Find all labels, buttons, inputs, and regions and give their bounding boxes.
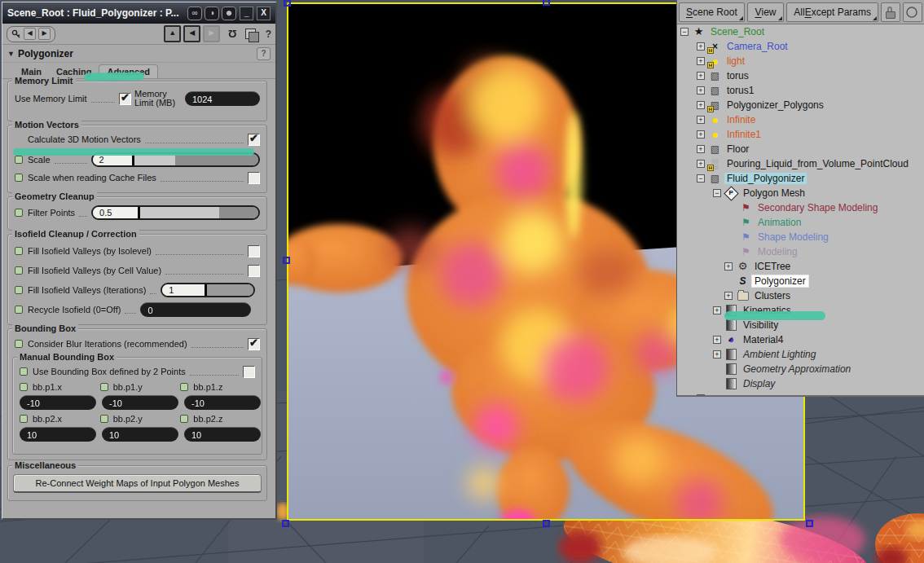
tree-row[interactable]: ▧ Fluid_Polygonizer xyxy=(677,171,924,186)
minimize-button[interactable]: _ xyxy=(240,7,253,20)
expand-box[interactable] xyxy=(697,57,705,65)
bb-p2y-input[interactable]: 10 xyxy=(102,427,178,442)
animation-divot[interactable] xyxy=(20,383,28,391)
animation-divot[interactable] xyxy=(100,383,108,391)
tree-row[interactable]: ⚑ Animation xyxy=(677,215,924,230)
use-memory-limit-checkbox[interactable] xyxy=(119,93,131,105)
animation-divot[interactable] xyxy=(15,174,23,182)
tree-label[interactable]: Secondary Shape Modeling xyxy=(755,202,880,213)
expand-box[interactable] xyxy=(697,72,705,80)
animation-divot[interactable] xyxy=(15,209,23,217)
section-help-button[interactable]: ? xyxy=(257,47,271,60)
tree-label[interactable]: Scene_Root xyxy=(708,26,767,37)
region-handle-top-left[interactable] xyxy=(284,0,291,7)
filter-menu-button[interactable]: All Except Params xyxy=(786,2,878,22)
tree-label[interactable]: Polygon Mesh xyxy=(741,187,807,199)
magnet-icon[interactable]: Ω xyxy=(228,28,236,40)
tree-label[interactable]: Shape Modeling xyxy=(755,231,831,243)
bb-p1y-input[interactable]: -10 xyxy=(102,395,178,410)
tree-row[interactable]: ● Material4 xyxy=(677,332,924,347)
animation-divot[interactable] xyxy=(180,383,188,391)
tree-row[interactable]: ▧ Floor xyxy=(677,142,924,156)
region-handle-bottom-left[interactable] xyxy=(282,520,289,527)
animation-divot[interactable] xyxy=(100,415,108,423)
use-bbox-2points-checkbox[interactable] xyxy=(243,366,255,378)
bb-p2x-input[interactable]: 10 xyxy=(20,427,96,442)
tree-row[interactable]: ×H Camera_Root xyxy=(677,39,924,54)
animation-divot[interactable] xyxy=(15,340,23,348)
tree-label[interactable]: Visibility xyxy=(741,319,781,331)
expand-box[interactable] xyxy=(697,145,705,153)
scope-menu-button[interactable]: Scene Root xyxy=(679,2,745,22)
tree-label[interactable]: Clusters xyxy=(752,290,793,301)
tree-row[interactable]: ▧ torus1 xyxy=(677,83,924,98)
recycle-isofield-input[interactable]: 0 xyxy=(140,302,251,317)
expand-box[interactable] xyxy=(713,336,721,344)
tree-label[interactable]: light xyxy=(724,55,747,67)
slider-track[interactable] xyxy=(175,154,258,165)
tree-label[interactable]: ICETree xyxy=(752,261,793,272)
tree-label[interactable]: Modeling xyxy=(755,246,800,257)
panel-title-bar[interactable]: Scene_Root : Fluid_Polygonizer : P... ∞ … xyxy=(2,2,275,24)
shader-swirl-icon[interactable]: ◑ xyxy=(205,7,219,20)
tree-row[interactable]: Clusters xyxy=(677,288,924,303)
animation-divot[interactable] xyxy=(20,415,28,423)
animation-divot[interactable] xyxy=(180,415,188,423)
tree-label[interactable]: Geometry Approximation xyxy=(741,363,853,375)
tree-label[interactable]: torus1 xyxy=(724,85,756,96)
tree-row[interactable]: ⚑ Shape Modeling xyxy=(677,230,924,244)
animation-divot[interactable] xyxy=(15,286,23,294)
expand-box[interactable] xyxy=(697,116,705,124)
memory-limit-input[interactable]: 1024 xyxy=(185,91,260,106)
tree-row[interactable]: ▒H Pouring_Liquid_from_Volume_PointCloud xyxy=(677,156,924,171)
tree-label-selected[interactable]: Fluid_Polygonizer xyxy=(724,173,807,184)
bb-p1z-input[interactable]: -10 xyxy=(184,395,261,410)
tree-row[interactable]: ▧ torus xyxy=(677,68,924,83)
tree-label[interactable]: Infinite1 xyxy=(724,129,763,140)
collapse-box[interactable] xyxy=(713,189,721,197)
expand-box[interactable] xyxy=(713,306,721,314)
tree-label[interactable]: Ambient Lighting xyxy=(741,349,818,360)
tree-row[interactable]: ● Infinite1 xyxy=(677,127,924,142)
toolbar-help-icon[interactable]: ? xyxy=(266,29,271,40)
filter-points-value[interactable]: 0.5 xyxy=(93,207,138,218)
scale-when-reading-checkbox[interactable] xyxy=(248,172,260,184)
region-handle-mid-left[interactable] xyxy=(283,257,290,264)
animation-divot[interactable] xyxy=(15,247,23,255)
animation-divot[interactable] xyxy=(15,306,23,314)
region-handle-bottom-mid[interactable] xyxy=(543,520,550,527)
animation-divot[interactable] xyxy=(15,266,23,275)
bb-p1x-input[interactable]: -10 xyxy=(20,395,96,410)
tree-row[interactable]: Ambient Lighting xyxy=(677,347,924,362)
tree-label[interactable]: Camera_Root xyxy=(724,41,790,52)
slider-track[interactable] xyxy=(207,284,253,296)
fill-isolevel-checkbox[interactable] xyxy=(248,245,260,257)
tree-row[interactable]: ● Infinite xyxy=(677,112,924,127)
tree-row[interactable]: ⚑ Secondary Shape Modeling xyxy=(677,200,924,215)
calc-motion-vectors-checkbox[interactable] xyxy=(248,134,260,146)
history-forward-icon[interactable]: ▶ xyxy=(203,25,220,42)
lock-button[interactable] xyxy=(881,2,900,22)
expand-box[interactable] xyxy=(724,292,733,300)
collapse-arrow-icon[interactable]: ▼ xyxy=(7,50,15,58)
tree-label[interactable]: Display xyxy=(741,378,777,389)
expand-box[interactable] xyxy=(697,86,705,95)
tree-row[interactable]: P Polygon Mesh xyxy=(677,186,924,200)
tree-label[interactable]: Floor xyxy=(724,143,751,155)
user-icon[interactable]: ☻ xyxy=(222,7,236,20)
region-handle-bottom-right[interactable] xyxy=(806,520,813,527)
tree-label[interactable]: Pouring_Liquid_from_Volume_PointCloud xyxy=(724,158,911,169)
tree-row[interactable]: ⚙ ICETree xyxy=(677,259,924,274)
scale-value[interactable]: 2 xyxy=(93,154,132,165)
partial-button[interactable] xyxy=(903,2,922,22)
expand-box[interactable] xyxy=(713,350,721,358)
tree-row[interactable]: Display xyxy=(677,376,924,391)
animation-divot[interactable] xyxy=(15,156,23,164)
reconnect-weight-maps-button[interactable]: Re-Connect Weight Maps of Input Polygon … xyxy=(13,474,262,493)
collapse-box[interactable] xyxy=(680,28,689,36)
layers-icon[interactable] xyxy=(245,29,256,39)
fill-iterations-value[interactable]: 1 xyxy=(162,284,205,296)
slider-track[interactable] xyxy=(219,207,258,218)
close-button[interactable]: X xyxy=(257,7,271,20)
tree-row[interactable]: ▧H Polygonizer_Polygons xyxy=(677,98,924,112)
